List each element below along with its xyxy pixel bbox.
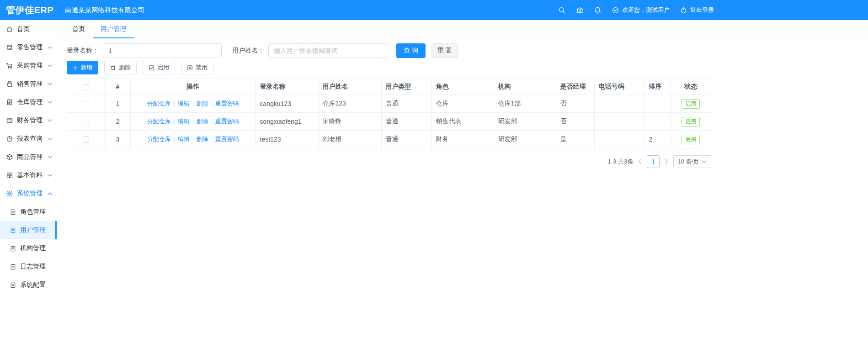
status-badge: 启用	[682, 117, 700, 126]
next-page-icon[interactable]	[665, 159, 668, 164]
sidebar-item-label: 首页	[17, 25, 52, 33]
delete-link[interactable]: 删除	[197, 118, 208, 125]
delete-button[interactable]: 删除	[104, 61, 137, 74]
cell-sort	[644, 113, 670, 131]
sidebar-item-purchase-mgmt[interactable]: 采购管理	[0, 57, 57, 75]
sidebar-item-label: 仓库管理	[17, 98, 48, 106]
header-index: #	[105, 79, 130, 95]
sidebar-item-label: 财务管理	[17, 116, 48, 125]
table-row: 1 分配仓库编辑删除重置密码 cangku123 仓库123 普通 仓库 仓库1…	[67, 95, 711, 113]
welcome-user[interactable]: 欢迎您，测试用户	[612, 6, 670, 14]
header-sort: 排序	[644, 79, 670, 95]
row-checkbox[interactable]	[83, 137, 89, 143]
sidebar-item-base-data[interactable]: 基本资料	[0, 166, 57, 184]
gear-icon	[6, 190, 13, 197]
tabbar: 首页 用户管理	[57, 20, 868, 38]
cell-phone	[594, 95, 644, 113]
page-number[interactable]: 1	[647, 155, 660, 168]
home-icon	[6, 26, 13, 33]
sidebar-item-org-mgmt[interactable]: 机构管理	[0, 239, 57, 258]
header-org: 机构	[494, 79, 556, 95]
cell-sort: 2	[644, 131, 670, 148]
reset-button[interactable]: 重 置	[431, 43, 458, 58]
sidebar-item-user-mgmt[interactable]: 用户管理	[0, 221, 57, 239]
page-size-select[interactable]: 10 条/页	[673, 155, 711, 168]
logout-button[interactable]: 退出登录	[680, 6, 714, 14]
cell-org: 研发部	[494, 113, 556, 131]
sidebar-item-log-mgmt[interactable]: 日志管理	[0, 258, 57, 276]
select-all-checkbox[interactable]	[83, 84, 89, 90]
reset-password-link[interactable]: 重置密码	[215, 136, 239, 142]
status-badge: 启用	[682, 135, 700, 144]
add-button[interactable]: 新增	[67, 61, 98, 74]
cell-user-name: 刘老根	[318, 131, 381, 148]
sidebar-item-system-mgmt[interactable]: 系统管理	[0, 184, 57, 203]
grid-icon	[6, 172, 13, 179]
header-actions: 操作	[130, 79, 256, 95]
sidebar-item-label: 销售管理	[17, 80, 48, 88]
assign-warehouse-link[interactable]: 分配仓库	[147, 100, 171, 107]
assign-warehouse-link[interactable]: 分配仓库	[147, 118, 171, 125]
sidebar-item-warehouse-mgmt[interactable]: 仓库管理	[0, 93, 57, 111]
cell-is-manager: 是	[556, 131, 594, 148]
wallet-icon	[6, 117, 13, 124]
cell-login-name: test123	[256, 131, 318, 148]
search-button[interactable]: 查 询	[396, 43, 426, 58]
row-checkbox[interactable]	[83, 101, 89, 107]
doc-icon	[10, 245, 16, 252]
chevron-down-icon	[48, 137, 52, 140]
sidebar-item-home[interactable]: 首页	[0, 20, 57, 38]
row-checkbox[interactable]	[83, 119, 89, 125]
disable-button[interactable]: 禁用	[181, 61, 213, 74]
sidebar-item-finance-mgmt[interactable]: 财务管理	[0, 111, 57, 130]
chevron-down-icon	[48, 83, 52, 85]
user-name-input[interactable]	[268, 43, 387, 58]
sidebar-item-goods-mgmt[interactable]: 商品管理	[0, 148, 57, 166]
sidebar-item-report-query[interactable]: 报表查询	[0, 130, 57, 148]
delete-link[interactable]: 删除	[197, 100, 208, 107]
cell-actions: 分配仓库编辑删除重置密码	[130, 95, 256, 113]
bell-icon[interactable]	[594, 6, 602, 14]
cell-status: 启用	[670, 113, 711, 131]
logout-text: 退出登录	[690, 6, 714, 14]
edit-link[interactable]: 编辑	[178, 100, 190, 107]
chevron-down-icon	[702, 160, 707, 163]
home-nav-icon[interactable]	[576, 6, 584, 14]
assign-warehouse-link[interactable]: 分配仓库	[147, 136, 171, 142]
sidebar-item-label: 用户管理	[20, 226, 51, 234]
header-login-name: 登录名称	[256, 79, 318, 95]
cell-is-manager: 否	[556, 95, 594, 113]
enable-button[interactable]: 启用	[143, 61, 175, 74]
reset-password-link[interactable]: 重置密码	[215, 118, 239, 125]
delete-link[interactable]: 删除	[197, 136, 208, 142]
tab-user-mgmt[interactable]: 用户管理	[93, 20, 134, 38]
sidebar-item-role-mgmt[interactable]: 角色管理	[0, 203, 57, 221]
user-circle-icon	[612, 6, 619, 14]
prev-page-icon[interactable]	[638, 159, 642, 164]
sidebar-item-retail-mgmt[interactable]: 零售管理	[0, 38, 57, 57]
enable-button-label: 启用	[157, 63, 169, 72]
sidebar-item-sys-config[interactable]: 系统配置	[0, 276, 57, 294]
chevron-down-icon	[48, 64, 52, 67]
sidebar-item-sales-mgmt[interactable]: 销售管理	[0, 75, 57, 93]
sidebar-item-label: 基本资料	[17, 171, 48, 179]
chevron-down-icon	[48, 46, 52, 49]
action-divider	[193, 101, 193, 106]
pagination-total: 1-3 共3条	[608, 158, 634, 166]
cell-select	[67, 95, 105, 113]
user-table: # 操作 登录名称 用户姓名 用户类型 角色 机构 是否经理 电话号码 排序 状…	[67, 79, 711, 148]
login-name-input[interactable]	[103, 43, 222, 58]
edit-link[interactable]: 编辑	[178, 136, 190, 142]
filter-bar: 登录名称： 用户姓名： 查 询 重 置	[67, 43, 721, 58]
cell-user-name: 宋晓锋	[318, 113, 381, 131]
doc-icon	[10, 209, 16, 216]
search-icon[interactable]	[558, 6, 566, 14]
edit-link[interactable]: 编辑	[178, 118, 190, 125]
header-phone: 电话号码	[594, 79, 644, 95]
doc-icon	[10, 282, 16, 289]
reset-password-link[interactable]: 重置密码	[215, 100, 239, 107]
company-name: 南通某某网络科技有限公司	[65, 6, 144, 15]
welcome-text: 欢迎您，测试用户	[622, 6, 670, 14]
main-area: 首页 用户管理 登录名称： 用户姓名： 查 询 重 置 新增	[57, 20, 868, 353]
tab-home[interactable]: 首页	[64, 20, 93, 38]
